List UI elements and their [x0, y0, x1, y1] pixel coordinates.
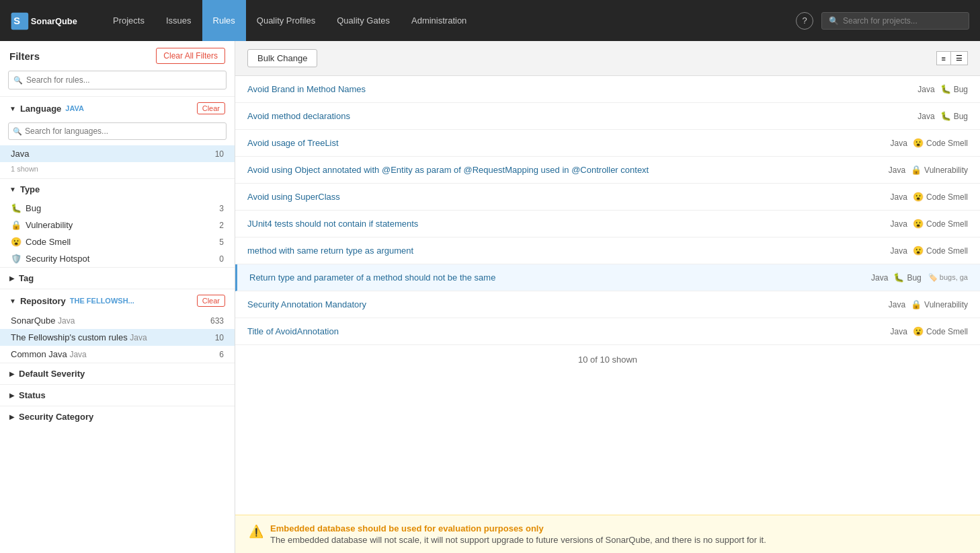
chevron-right-icon-status: ▶ — [9, 392, 15, 399]
nav-item-rules[interactable]: Rules — [202, 0, 246, 41]
repo-option-common-java[interactable]: Common Java Java 6 — [0, 346, 235, 363]
view-compact-button[interactable]: ☰ — [950, 51, 968, 65]
navbar-search[interactable]: 🔍 Search for projects... — [821, 12, 969, 30]
sidebar: Filters Clear All Filters 🔍 ▼ Language J… — [0, 41, 235, 553]
chevron-right-icon-severity: ▶ — [9, 370, 15, 377]
chevron-down-icon-type: ▼ — [9, 186, 16, 193]
rule-name: Avoid method declarations — [247, 111, 917, 121]
codesmell-type-icon: 😮 — [913, 246, 924, 256]
chevron-down-icon: ▼ — [9, 105, 16, 112]
rule-row-6[interactable]: JUnit4 tests should not contain if state… — [235, 211, 980, 237]
rule-name: Return type and parameter of a method sh… — [249, 272, 871, 283]
nav-item-issues[interactable]: Issues — [155, 0, 202, 41]
warning-description: The embedded database will not scale, it… — [270, 535, 766, 545]
type-option-vulnerability[interactable]: 🔒Vulnerability 2 — [0, 217, 235, 233]
rule-name: method with same return type as argument — [247, 246, 891, 256]
clear-all-filters-button[interactable]: Clear All Filters — [156, 48, 225, 64]
vulnerability-type-icon: 🔒 — [911, 299, 922, 309]
rule-name: JUnit4 tests should not contain if state… — [247, 219, 891, 229]
repo-option-fellowship[interactable]: The Fellowship's custom rules Java 10 — [0, 329, 235, 346]
rule-name: Avoid Brand in Method Names — [247, 84, 917, 94]
nav-item-quality-profiles[interactable]: Quality Profiles — [246, 0, 326, 41]
help-button[interactable]: ? — [796, 12, 813, 30]
tag-filter-header[interactable]: ▶ Tag — [0, 268, 235, 289]
rule-row-7[interactable]: method with same return type as argument… — [235, 237, 980, 264]
rule-name: Avoid using Object annotated with @Entit… — [247, 165, 889, 175]
codesmell-type-icon: 😮 — [913, 326, 924, 336]
default-severity-filter-section: ▶ Default Severity — [0, 363, 235, 384]
search-rules-input[interactable] — [8, 71, 227, 89]
rule-row-9[interactable]: Security Annotation Mandatory Java 🔒 Vul… — [235, 291, 980, 318]
main-content: Bulk Change ≡ ☰ Avoid Brand in Method Na… — [235, 41, 980, 553]
security-category-header[interactable]: ▶ Security Category — [0, 406, 235, 427]
rule-row-3[interactable]: Avoid usage of TreeList Java 😮 Code Smel… — [235, 130, 980, 157]
repository-filter-header[interactable]: ▼ Repository THE FELLOWSH... Clear — [0, 289, 235, 312]
svg-text:S: S — [13, 15, 20, 26]
codesmell-icon: 😮 — [11, 237, 22, 247]
codesmell-type-icon: 😮 — [913, 219, 924, 229]
rule-row-5[interactable]: Avoid using SuperClass Java 😮 Code Smell — [235, 184, 980, 211]
language-clear-button[interactable]: Clear — [197, 102, 225, 114]
nav-item-administration[interactable]: Administration — [401, 0, 477, 41]
type-option-hotspot[interactable]: 🛡️Security Hotspot 0 — [0, 250, 235, 267]
default-severity-header[interactable]: ▶ Default Severity — [0, 363, 235, 384]
language-filter-section: ▼ Language JAVA Clear 🔍 Java 10 1 shown — [0, 96, 235, 178]
language-badge: JAVA — [65, 104, 84, 112]
svg-text:SonarQube: SonarQube — [31, 16, 77, 26]
search-rules-icon: 🔍 — [13, 76, 23, 85]
bulk-bar: Bulk Change ≡ ☰ — [235, 41, 980, 76]
view-list-button[interactable]: ≡ — [936, 51, 950, 65]
bug-type-icon: 🐛 — [893, 272, 904, 283]
language-option-java[interactable]: Java 10 — [0, 145, 235, 162]
chevron-down-icon-repo: ▼ — [9, 297, 16, 305]
codesmell-type-icon: 😮 — [913, 138, 924, 148]
status-filter-section: ▶ Status — [0, 384, 235, 406]
repo-option-sonarqube[interactable]: SonarQube Java 633 — [0, 312, 235, 329]
language-search-icon: 🔍 — [13, 127, 22, 136]
rule-row-2[interactable]: Avoid method declarations Java 🐛 Bug — [235, 103, 980, 130]
bug-icon: 🐛 — [11, 203, 22, 213]
navbar: S SonarQube Projects Issues Rules Qualit… — [0, 0, 980, 41]
type-filter-section: ▼ Type 🐛Bug 3 🔒Vulnerability 2 😮Cod — [0, 178, 235, 267]
rule-row-10[interactable]: Title of AvoidAnnotation Java 😮 Code Sme… — [235, 318, 980, 345]
bug-type-icon: 🐛 — [940, 111, 951, 121]
type-option-bug[interactable]: 🐛Bug 3 — [0, 200, 235, 217]
rule-row-4[interactable]: Avoid using Object annotated with @Entit… — [235, 157, 980, 184]
shown-count: 10 of 10 shown — [235, 345, 980, 374]
language-search-input[interactable] — [8, 122, 227, 140]
hotspot-icon: 🛡️ — [11, 254, 22, 264]
bug-type-icon: 🐛 — [940, 84, 951, 94]
rule-name: Security Annotation Mandatory — [247, 299, 889, 309]
chevron-right-icon-tag: ▶ — [9, 274, 15, 282]
language-filter-header[interactable]: ▼ Language JAVA Clear — [0, 97, 235, 120]
rule-row-8[interactable]: Return type and parameter of a method sh… — [235, 264, 980, 291]
rules-list: Avoid Brand in Method Names Java 🐛 Bug A… — [235, 76, 980, 515]
warning-title: Embedded database should be used for eva… — [270, 523, 766, 533]
navbar-search-icon: 🔍 — [829, 16, 839, 26]
warning-bar: ⚠️ Embedded database should be used for … — [235, 515, 980, 553]
type-filter-header[interactable]: ▼ Type — [0, 179, 235, 200]
navbar-brand[interactable]: S SonarQube — [11, 10, 91, 32]
vulnerability-type-icon: 🔒 — [911, 165, 922, 175]
filters-title: Filters — [9, 50, 40, 62]
rule-name: Avoid usage of TreeList — [247, 138, 891, 148]
search-rules-box: 🔍 — [8, 71, 227, 89]
codesmell-type-icon: 😮 — [913, 192, 924, 202]
status-header[interactable]: ▶ Status — [0, 385, 235, 406]
rule-name: Title of AvoidAnnotation — [247, 326, 891, 336]
nav-item-projects[interactable]: Projects — [102, 0, 155, 41]
chevron-right-icon-security: ▶ — [9, 413, 15, 420]
vulnerability-icon: 🔒 — [11, 220, 22, 230]
rule-row-1[interactable]: Avoid Brand in Method Names Java 🐛 Bug — [235, 76, 980, 103]
tag-icon: 🏷️ bugs, ga — [928, 273, 968, 282]
bulk-change-button[interactable]: Bulk Change — [247, 49, 317, 67]
tag-filter-section: ▶ Tag — [0, 267, 235, 289]
rule-name: Avoid using SuperClass — [247, 192, 891, 202]
repository-clear-button[interactable]: Clear — [197, 295, 225, 307]
warning-icon: ⚠️ — [249, 524, 263, 539]
repository-badge: THE FELLOWSH... — [70, 297, 134, 305]
nav-item-quality-gates[interactable]: Quality Gates — [326, 0, 401, 41]
type-option-codesmell[interactable]: 😮Code Smell 5 — [0, 233, 235, 250]
security-category-filter-section: ▶ Security Category — [0, 406, 235, 427]
repository-filter-section: ▼ Repository THE FELLOWSH... Clear Sonar… — [0, 289, 235, 363]
